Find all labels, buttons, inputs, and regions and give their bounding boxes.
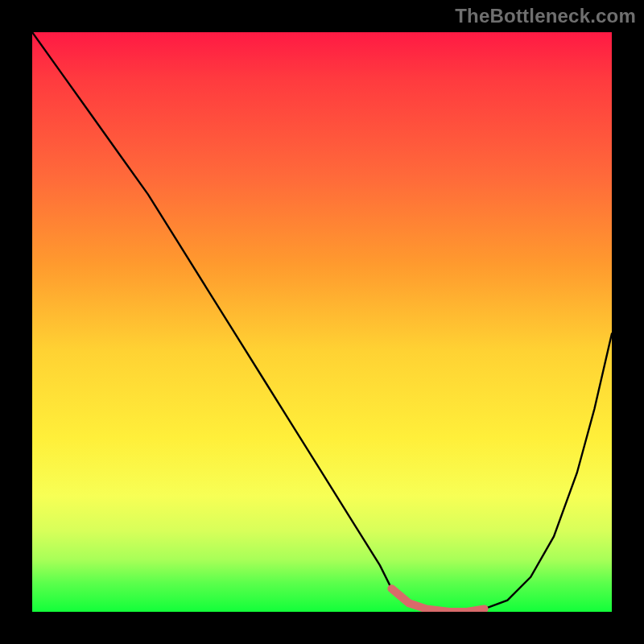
chart-frame: TheBottleneck.com <box>0 0 644 644</box>
optimal-range-marker <box>391 588 484 612</box>
bottleneck-curve <box>32 32 612 612</box>
curve-svg <box>32 32 612 612</box>
plot-area <box>32 32 612 612</box>
watermark-text: TheBottleneck.com <box>455 5 636 27</box>
